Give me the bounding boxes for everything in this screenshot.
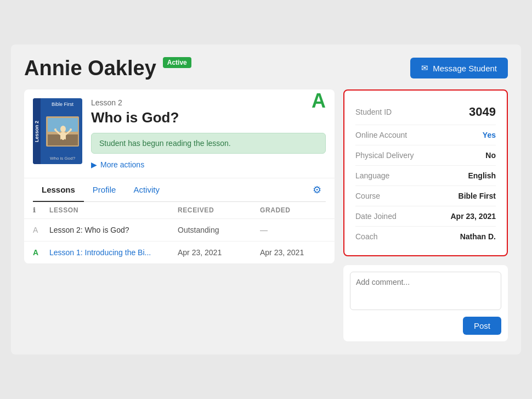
physical-delivery-label: Physical Delivery (355, 151, 414, 160)
page-container: Annie Oakley Active ✉ Message Student Le… (11, 44, 521, 355)
online-account-value: Yes (483, 131, 496, 139)
table-row: A Lesson 2: Who is God? Outstanding — (24, 219, 335, 241)
course-row: Course Bible First (355, 186, 496, 206)
date-joined-value: Apr 23, 2021 (451, 212, 496, 221)
date-joined-label: Date Joined (355, 212, 397, 221)
book-cover: Lesson 2 Bible First (33, 98, 82, 164)
student-info-card: Student ID 3049 Online Account Yes Physi… (343, 89, 508, 256)
book-image-placeholder (46, 116, 79, 147)
tab-activity[interactable]: Activity (124, 178, 168, 202)
table-row: A Lesson 1: Introducing the Bi... Apr 23… (24, 241, 335, 263)
more-actions-button[interactable]: ▶ More actions (91, 160, 144, 169)
active-badge: Active (163, 57, 191, 68)
tab-profile[interactable]: Profile (84, 178, 125, 202)
coach-row: Coach Nathan D. (355, 227, 496, 246)
date-joined-row: Date Joined Apr 23, 2021 (355, 206, 496, 227)
student-name: Annie Oakley (24, 58, 156, 78)
course-label: Course (355, 192, 380, 200)
graded-col-header: GRADED (260, 206, 326, 214)
lesson-info: Lesson 2 Who is God? A Student has begun… (91, 98, 326, 169)
physical-delivery-row: Physical Delivery No (355, 145, 496, 166)
svg-point-10 (70, 128, 72, 131)
row-received: Apr 23, 2021 (178, 248, 260, 257)
tabs: Lessons Profile Activity ⚙ (33, 178, 326, 202)
student-id-value: 3049 (469, 105, 496, 119)
book-spine-label: Lesson 2 (33, 98, 41, 164)
lesson-number: Lesson 2 (91, 98, 326, 107)
message-icon: ✉ (421, 63, 428, 73)
book-title-line1: Bible First (52, 102, 73, 108)
lesson-link[interactable]: Lesson 1: Introducing the Bi... (49, 248, 151, 257)
comment-input[interactable] (350, 272, 501, 310)
row-lesson-name: Lesson 2: Who is God? (49, 226, 178, 234)
svg-point-9 (54, 128, 56, 131)
row-graded: Apr 23, 2021 (260, 248, 326, 257)
book-title-logo: Bible First (52, 102, 73, 108)
status-banner: Student has begun reading the lesson. (91, 133, 326, 154)
language-row: Language English (355, 166, 496, 186)
online-account-label: Online Account (355, 131, 407, 139)
language-label: Language (355, 171, 389, 180)
lesson-title: Who is God? (91, 109, 179, 126)
table-header: ℹ LESSON RECEIVED GRADED (24, 202, 335, 219)
received-col-header: RECEIVED (178, 206, 260, 214)
row-grade: A (33, 226, 49, 234)
book-subtitle: Who is God? (50, 156, 75, 161)
header-left: Annie Oakley Active (24, 58, 191, 78)
coach-value: Nathan D. (460, 232, 496, 241)
left-panel: Lesson 2 Bible First (24, 89, 335, 341)
header: Annie Oakley Active ✉ Message Student (24, 58, 508, 78)
tabs-section: Lessons Profile Activity ⚙ (24, 178, 335, 202)
row-received: Outstanding (178, 226, 260, 234)
student-id-label: Student ID (355, 108, 392, 116)
online-account-row: Online Account Yes (355, 125, 496, 145)
book-illustration (48, 118, 78, 145)
settings-gear-icon[interactable]: ⚙ (308, 179, 326, 200)
language-value: English (468, 171, 496, 180)
physical-delivery-value: No (485, 151, 496, 160)
book-content: Bible First (43, 98, 82, 164)
lesson-card: Lesson 2 Bible First (24, 89, 335, 178)
coach-label: Coach (355, 232, 377, 241)
more-actions-label: More actions (100, 160, 144, 169)
lesson-grade-badge: A (312, 89, 326, 113)
svg-point-3 (60, 126, 66, 132)
course-value: Bible First (459, 192, 496, 200)
info-icon: ℹ (33, 206, 49, 214)
svg-rect-4 (60, 132, 66, 140)
main-grid: Lesson 2 Bible First (24, 89, 508, 341)
row-graded: — (260, 226, 326, 234)
message-btn-label: Message Student (433, 64, 497, 73)
chevron-right-icon: ▶ (91, 160, 97, 169)
row-lesson-name[interactable]: Lesson 1: Introducing the Bi... (49, 248, 178, 257)
lessons-table: ℹ LESSON RECEIVED GRADED A Lesson 2: Who… (24, 202, 335, 263)
message-student-button[interactable]: ✉ Message Student (410, 58, 508, 78)
right-panel: Student ID 3049 Online Account Yes Physi… (343, 89, 508, 341)
student-id-row: Student ID 3049 (355, 99, 496, 125)
comment-card: Post (343, 265, 508, 341)
row-grade: A (33, 248, 49, 257)
tab-lessons[interactable]: Lessons (33, 178, 84, 202)
post-button[interactable]: Post (463, 317, 501, 335)
lesson-col-header: LESSON (49, 206, 178, 214)
